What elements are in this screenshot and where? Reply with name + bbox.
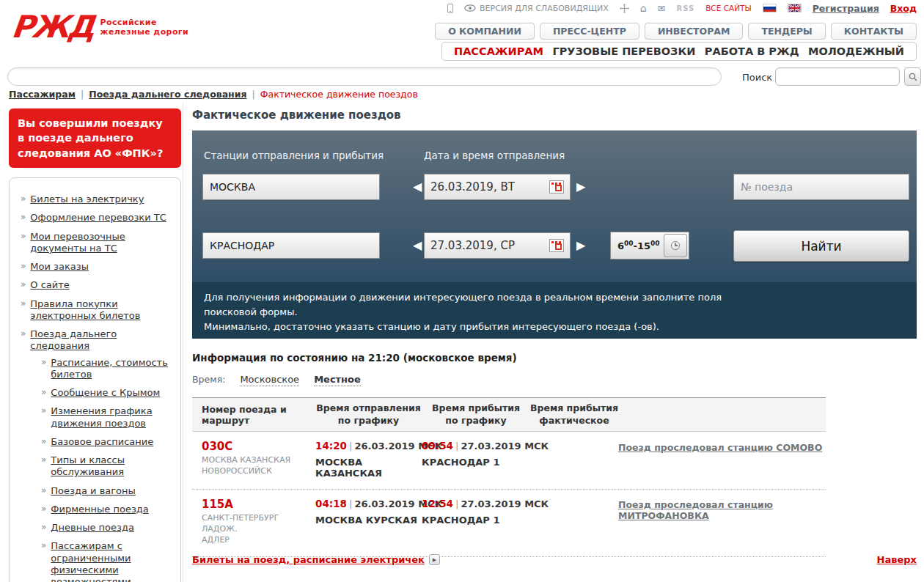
table-row: 030С МОСКВА КАЗАНСКАЯНОВОРОССИЙСК 14:20|…	[192, 432, 826, 490]
rzd-logo-mark: РЖД	[10, 12, 95, 43]
nav-contacts[interactable]: КОНТАКТЫ	[831, 23, 917, 40]
sidebar-item-my-vehicle-docs: »Мои перевозочные документы на ТС	[21, 231, 175, 255]
find-button[interactable]: Найти	[733, 230, 909, 262]
nav-about-company[interactable]: О КОМПАНИИ	[435, 23, 535, 40]
sidebar-item-day-trains: »Дневные поезда	[41, 522, 175, 534]
arrive-date-field[interactable]: 27.03.2019, СР	[424, 232, 571, 259]
sidebar-item-crimea: »Сообщение с Крымом	[41, 387, 175, 399]
prev-day-depart-arrow[interactable]: ◀	[413, 181, 422, 193]
move-widget-icon[interactable]	[620, 4, 629, 13]
page-title: Фактическое движение поездов	[192, 108, 401, 122]
rzd-logo-tagline: Российские железные дороги	[100, 18, 188, 37]
expand-arrow-button[interactable]: ▶	[429, 554, 440, 565]
breadcrumb-separator: |	[81, 89, 84, 100]
nav-tenders[interactable]: ТЕНДЕРЫ	[748, 23, 825, 40]
top-navigation: О КОМПАНИИ ПРЕСС-ЦЕНТР ИНВЕСТОРАМ ТЕНДЕР…	[435, 23, 917, 40]
main-navigation: ПАССАЖИРАМ ГРУЗОВЫЕ ПЕРЕВОЗКИ РАБОТА В Р…	[441, 42, 917, 61]
search-input[interactable]	[775, 67, 900, 86]
home-icon[interactable]: ⌂	[640, 2, 647, 14]
search-label: Поиск	[742, 72, 772, 83]
chevron-bullet-icon: »	[41, 357, 46, 368]
sidebar-item-schedule-fares: »Расписание, стоимость билетов	[41, 357, 175, 381]
chevron-bullet-icon: »	[41, 405, 46, 416]
next-day-depart-arrow[interactable]: ▶	[576, 181, 585, 193]
back-to-top-link[interactable]: Наверх	[877, 554, 917, 565]
next-day-arrive-arrow[interactable]: ▶	[576, 240, 585, 251]
train-route: САНКТ-ПЕТЕРБУРГ ЛАДОЖ.АДЛЕР	[202, 513, 315, 546]
sidebar-item-base-schedule: »Базовое расписание	[41, 436, 175, 448]
all-sites-link[interactable]: ВСЕ САЙТЫ	[705, 4, 752, 12]
nav-youth[interactable]: МОЛОДЕЖНЫЙ	[808, 45, 904, 57]
sidebar-item-my-orders: »Мои заказы	[21, 261, 175, 273]
from-station-input[interactable]	[202, 174, 380, 200]
main-content: Фактическое движение поездов Станции отп…	[184, 103, 924, 582]
datetime-label: Дата и время отправления	[424, 150, 565, 161]
stations-label: Станции отправления и прибытия	[204, 150, 384, 161]
sidebar-item-disabled-passengers: »Пассажирам с ограниченными физическими …	[41, 540, 175, 582]
search-button[interactable]	[904, 67, 921, 86]
to-station-input[interactable]	[202, 232, 380, 259]
rzd-logo[interactable]: РЖД Российские железные дороги	[12, 12, 188, 43]
time-toggle-moscow[interactable]: Московское	[240, 374, 299, 386]
tickets-schedule-link[interactable]: Билеты на поезд, расписание электричек	[192, 554, 425, 565]
nav-passengers[interactable]: ПАССАЖИРАМ	[454, 45, 543, 57]
utility-bar: ВЕРСИЯ ДЛЯ СЛАБОВИДЯЩИХ ⌂ ✉ RSS ВСЕ САЙТ…	[447, 2, 917, 14]
breadcrumb-separator: |	[252, 89, 255, 100]
help-line-1: Для получения информации о движении инте…	[204, 290, 725, 320]
depart-date-field[interactable]: 26.03.2019, ВТ	[424, 174, 571, 200]
breadcrumb: Пассажирам | Поезда дальнего следования …	[9, 89, 418, 100]
arrival-station: КРАСНОДАР 1	[422, 515, 530, 526]
form-help-text: Для получения информации о движении инте…	[192, 282, 917, 339]
low-vision-toggle[interactable]: ВЕРСИЯ ДЛЯ СЛАБОВИДЯЩИХ	[464, 4, 609, 13]
magnifier-icon	[909, 73, 917, 81]
table-row: 115А САНКТ-ПЕТЕРБУРГ ЛАДОЖ.АДЛЕР 04:18|2…	[192, 490, 826, 557]
sidebar-menu: »Билеты на электричку »Оформление перево…	[9, 177, 181, 582]
breadcrumb-long-distance[interactable]: Поезда дальнего следования	[89, 89, 246, 100]
chevron-bullet-icon: »	[21, 328, 26, 339]
train-status-link[interactable]: Поезд проследовал станцию СОМОВО	[618, 442, 822, 453]
departure-time: 14:20|26.03.2019 МСК	[315, 440, 422, 452]
chevron-bullet-icon: »	[21, 212, 26, 223]
departure-station: МОСКВА КУРСКАЯ	[315, 515, 422, 526]
train-route: МОСКВА КАЗАНСКАЯНОВОРОССИЙСК	[202, 455, 315, 477]
rss-link[interactable]: RSS	[676, 4, 694, 12]
train-status-link[interactable]: Поезд проследовал станцию МИТРОФАНОВКА	[618, 499, 826, 521]
fpk-promo-banner[interactable]: Вы совершили поездку в поезде дальнего с…	[9, 108, 181, 168]
content-footer: Билеты на поезд, расписание электричек ▶…	[192, 554, 917, 565]
sidebar-item-trains-cars: »Поезда и вагоны	[41, 485, 175, 497]
help-line-2: Минимально, достаточно указать станцию и…	[204, 320, 905, 334]
search-form: Станции отправления и прибытия Дата и вр…	[192, 130, 917, 282]
header-arrival-actual: Время прибытия фактическое	[530, 402, 618, 427]
prev-day-arrive-arrow[interactable]: ◀	[413, 240, 422, 251]
calendar-icon	[549, 239, 564, 252]
nav-freight[interactable]: ГРУЗОВЫЕ ПЕРЕВОЗКИ	[552, 45, 695, 57]
info-status-line: Информация по состоянию на 21:20 (москов…	[192, 352, 517, 364]
chevron-bullet-icon: »	[41, 504, 46, 515]
chevron-bullet-icon: »	[41, 436, 46, 447]
sidebar-item-schedule-changes: »Изменения графика движения поездов	[41, 405, 175, 430]
time-toggle-label: Время:	[192, 374, 225, 385]
train-number-input[interactable]	[733, 174, 909, 200]
time-range-button[interactable]: 600-1500	[610, 232, 689, 259]
mail-icon[interactable]: ✉	[658, 3, 666, 14]
registration-link[interactable]: Регистрация	[813, 3, 879, 14]
flag-uk-icon[interactable]	[788, 4, 802, 12]
flag-ru-icon[interactable]	[763, 4, 777, 12]
nav-investors[interactable]: ИНВЕСТОРАМ	[645, 23, 744, 40]
sidebar: Вы совершили поездку в поезде дальнего с…	[0, 103, 183, 582]
sidebar-item-eticket-rules: »Правила покупки электронных билетов	[21, 298, 175, 323]
chevron-bullet-icon: »	[21, 298, 26, 309]
news-ticker-bar	[7, 67, 722, 86]
nav-jobs[interactable]: РАБОТА В РЖД	[705, 45, 799, 57]
breadcrumb-passengers[interactable]: Пассажирам	[9, 89, 76, 100]
arrival-station: КРАСНОДАР 1	[422, 457, 530, 468]
table-header-row: Номер поезда и маршрут Время отправления…	[192, 397, 826, 432]
time-toggle-local[interactable]: Местное	[314, 374, 361, 386]
eye-icon	[464, 4, 476, 12]
calendar-icon	[549, 180, 564, 194]
sidebar-item-vehicle-transport: »Оформление перевозки ТС	[21, 212, 175, 224]
mobile-version-icon[interactable]	[447, 4, 453, 13]
login-link[interactable]: Вход	[890, 3, 917, 14]
chevron-bullet-icon: »	[41, 485, 46, 496]
nav-press-center[interactable]: ПРЕСС-ЦЕНТР	[540, 23, 639, 40]
